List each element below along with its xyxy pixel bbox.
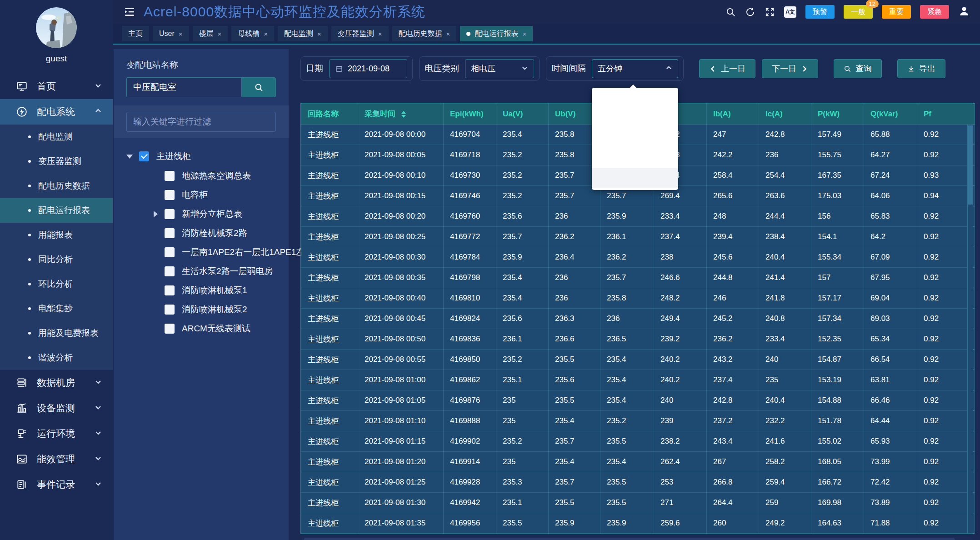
sidebar-subitem[interactable]: 变压器监测 — [0, 149, 113, 174]
dropdown-option[interactable] — [592, 168, 678, 188]
tab[interactable]: 母线槽 × — [231, 26, 274, 41]
dropdown-option[interactable] — [592, 129, 678, 149]
tree-item[interactable]: 消防喷淋机械泵1 — [117, 281, 285, 300]
query-button[interactable]: 查询 — [834, 59, 882, 78]
next-day-button[interactable]: 下一日 — [762, 59, 818, 78]
sidebar-item-device-monitor[interactable]: 设备监测 — [0, 395, 113, 421]
sidebar-item-energy-management[interactable]: 能效管理 — [0, 446, 113, 472]
column-header[interactable]: Q(kVar) — [864, 104, 917, 125]
close-icon[interactable]: × — [446, 30, 450, 38]
alarm-button-urgent[interactable]: 紧急 — [920, 5, 949, 19]
export-button[interactable]: 导出 — [897, 59, 945, 78]
interval-select[interactable]: 五分钟 — [592, 59, 678, 78]
sidebar-subitem[interactable]: 同比分析 — [0, 247, 113, 272]
table-row[interactable]: 主进线柜2021-09-08 00:204169760235.6236235.9… — [301, 206, 975, 227]
tree-item[interactable]: 消防喷淋机械泵2 — [117, 300, 285, 319]
table-row[interactable]: 主进线柜2021-09-08 00:504169836236.1236.6236… — [301, 329, 975, 350]
close-icon[interactable]: × — [317, 30, 321, 38]
table-row[interactable]: 主进线柜2021-09-08 01:304169942235.1235.5235… — [301, 493, 975, 513]
table-row[interactable]: 主进线柜2021-09-08 01:104169888235235.4235.2… — [301, 411, 975, 431]
table-row[interactable]: 主进线柜2021-09-08 01:354169956235.5235.9235… — [301, 513, 975, 534]
tree-item[interactable]: 消防栓机械泵2路 — [117, 224, 285, 243]
tree-item[interactable]: 电容柜 — [117, 185, 285, 205]
user-icon[interactable] — [958, 5, 970, 19]
tree-filter-input[interactable] — [126, 112, 276, 132]
sort-icon[interactable] — [401, 111, 406, 118]
table-row[interactable]: 主进线柜2021-09-08 01:004169862235.1235.6235… — [301, 370, 975, 390]
table-row[interactable]: 主进线柜2021-09-08 00:554169850235.2235.5235… — [301, 350, 975, 370]
tree-root-item[interactable]: 主进线柜 — [117, 146, 285, 166]
tab[interactable]: 主页 — [122, 26, 149, 41]
close-icon[interactable]: × — [378, 30, 382, 38]
table-row[interactable]: 主进线柜2021-09-08 00:354169798235.4236235.7… — [301, 268, 975, 288]
tab[interactable]: 配电历史数据 × — [392, 26, 457, 41]
tab[interactable]: 楼层 × — [193, 26, 228, 41]
search-icon[interactable] — [725, 7, 736, 17]
column-header[interactable]: 回路名称 — [301, 104, 358, 125]
close-icon[interactable]: × — [264, 30, 268, 38]
dropdown-option[interactable] — [592, 90, 678, 110]
table-row[interactable]: 主进线柜2021-09-08 00:454169824235.6236.3236… — [301, 309, 975, 329]
table-row[interactable]: 主进线柜2021-09-08 00:304169784235.9236.4236… — [301, 247, 975, 268]
expand-caret-icon[interactable] — [154, 211, 158, 217]
checkbox-unchecked[interactable] — [165, 266, 175, 276]
collapse-menu-icon[interactable] — [124, 6, 135, 18]
column-header[interactable]: Epi(kWh) — [444, 104, 496, 125]
sidebar-subitem[interactable]: 配电历史数据 — [0, 174, 113, 198]
alarm-button-general[interactable]: 一般 12 — [844, 5, 873, 19]
voltage-select[interactable]: 相电压 — [465, 59, 534, 78]
tree-item[interactable]: 一层南1APE2右一层北1APE1左 — [117, 243, 285, 262]
table-row[interactable]: 主进线柜2021-09-08 00:404169810235.4236235.8… — [301, 288, 975, 309]
checkbox-unchecked[interactable] — [165, 228, 175, 238]
alarm-button-warning[interactable]: 预警 — [805, 5, 835, 19]
alarm-button-important[interactable]: 重要 — [882, 5, 911, 19]
table-row[interactable]: 主进线柜2021-09-08 01:054169876235235.5235.4… — [301, 390, 975, 411]
sidebar-subitem[interactable]: 配电运行报表 — [0, 198, 113, 223]
station-search-input[interactable] — [126, 77, 241, 97]
column-header[interactable]: Ib(A) — [707, 104, 759, 125]
checkbox-unchecked[interactable] — [165, 305, 175, 315]
station-search-button[interactable] — [241, 77, 276, 97]
column-header[interactable]: Ua(V) — [496, 104, 549, 125]
table-row[interactable]: 主进线柜2021-09-08 00:254169772235.7236.2236… — [301, 227, 975, 247]
checkbox-unchecked[interactable] — [165, 324, 175, 334]
sidebar-subitem[interactable]: 用能及电费报表 — [0, 321, 113, 345]
checkbox-unchecked[interactable] — [165, 247, 175, 257]
close-icon[interactable]: × — [218, 30, 222, 38]
column-header[interactable]: 采集时间 — [358, 104, 444, 125]
checkbox-unchecked[interactable] — [165, 190, 175, 200]
horizontal-scrollbar-thumb[interactable] — [304, 538, 955, 540]
tree-item[interactable]: 生活水泵2路一层弱电房 — [117, 262, 285, 281]
dropdown-option[interactable] — [592, 110, 678, 129]
collapse-caret-icon[interactable] — [126, 155, 133, 159]
tab[interactable]: 配电监测 × — [278, 26, 328, 41]
sidebar-subitem[interactable]: 用能报表 — [0, 223, 113, 247]
previous-day-button[interactable]: 上一日 — [699, 59, 755, 78]
table-row[interactable]: 主进线柜2021-09-08 01:154169902235.2235.7235… — [301, 431, 975, 452]
fullscreen-icon[interactable] — [765, 7, 775, 17]
avatar[interactable] — [36, 7, 77, 48]
checkbox-unchecked[interactable] — [165, 209, 175, 219]
sidebar-subitem[interactable]: 谐波分析 — [0, 345, 113, 370]
tab[interactable]: 配电运行报表 × — [460, 26, 533, 41]
date-picker[interactable]: 2021-09-08 — [329, 59, 407, 78]
close-icon[interactable]: × — [179, 30, 183, 38]
dropdown-option[interactable] — [592, 149, 678, 168]
sidebar-subitem[interactable]: 配电监测 — [0, 125, 113, 149]
tree-item[interactable]: 新增分立柜总表 — [117, 205, 285, 224]
column-header[interactable]: Pf — [917, 104, 975, 125]
tree-item[interactable]: 地源热泵空调总表 — [117, 166, 285, 185]
sidebar-item-data-room[interactable]: 数据机房 — [0, 370, 113, 395]
column-header[interactable]: Ic(A) — [759, 104, 811, 125]
tab[interactable]: User × — [153, 26, 189, 41]
horizontal-scrollbar[interactable] — [301, 537, 973, 540]
sidebar-subitem[interactable]: 环比分析 — [0, 272, 113, 296]
sidebar-item-environment[interactable]: 运行环境 — [0, 421, 113, 446]
table-row[interactable]: 主进线柜2021-09-08 01:254169928235.3235.7235… — [301, 472, 975, 493]
sidebar-item-home[interactable]: 首页 — [0, 74, 113, 99]
checkbox-unchecked[interactable] — [165, 285, 175, 295]
sidebar-item-event-log[interactable]: 事件记录 — [0, 472, 113, 497]
column-header[interactable]: P(kW) — [811, 104, 864, 125]
language-icon[interactable]: A文 — [784, 6, 796, 18]
vertical-scrollbar[interactable] — [967, 125, 973, 533]
